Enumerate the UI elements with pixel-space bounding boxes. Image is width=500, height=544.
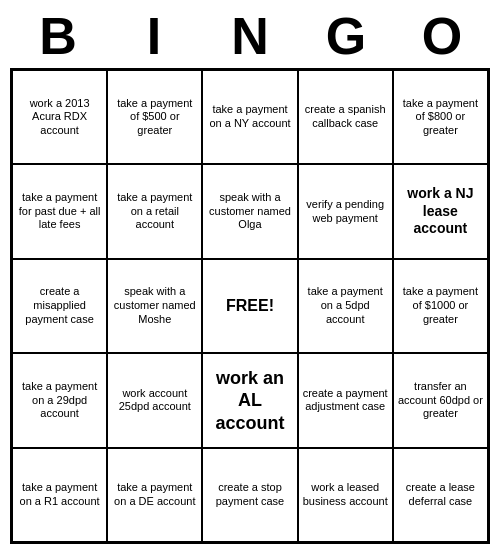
bingo-cell-17[interactable]: work an AL account	[202, 353, 297, 447]
bingo-cell-4[interactable]: take a payment of $800 or greater	[393, 70, 488, 164]
bingo-cell-5[interactable]: take a payment for past due + all late f…	[12, 164, 107, 258]
bingo-cell-18[interactable]: create a payment adjustment case	[298, 353, 393, 447]
bingo-cell-11[interactable]: speak with a customer named Moshe	[107, 259, 202, 353]
bingo-cell-9[interactable]: work a NJ lease account	[393, 164, 488, 258]
bingo-letter-n: N	[206, 6, 294, 66]
bingo-letter-g: G	[302, 6, 390, 66]
bingo-cell-1[interactable]: take a payment of $500 or greater	[107, 70, 202, 164]
bingo-letter-b: B	[14, 6, 102, 66]
bingo-cell-3[interactable]: create a spanish callback case	[298, 70, 393, 164]
bingo-cell-22[interactable]: create a stop payment case	[202, 448, 297, 542]
bingo-cell-8[interactable]: verify a pending web payment	[298, 164, 393, 258]
bingo-cell-15[interactable]: take a payment on a 29dpd account	[12, 353, 107, 447]
bingo-cell-23[interactable]: work a leased business account	[298, 448, 393, 542]
bingo-cell-12[interactable]: FREE!	[202, 259, 297, 353]
bingo-letter-o: O	[398, 6, 486, 66]
bingo-cell-2[interactable]: take a payment on a NY account	[202, 70, 297, 164]
bingo-cell-21[interactable]: take a payment on a DE account	[107, 448, 202, 542]
bingo-cell-7[interactable]: speak with a customer named Olga	[202, 164, 297, 258]
bingo-cell-16[interactable]: work account 25dpd account	[107, 353, 202, 447]
bingo-cell-19[interactable]: transfer an account 60dpd or greater	[393, 353, 488, 447]
bingo-cell-24[interactable]: create a lease deferral case	[393, 448, 488, 542]
bingo-cell-0[interactable]: work a 2013 Acura RDX account	[12, 70, 107, 164]
bingo-cell-13[interactable]: take a payment on a 5dpd account	[298, 259, 393, 353]
bingo-cell-10[interactable]: create a misapplied payment case	[12, 259, 107, 353]
bingo-cell-6[interactable]: take a payment on a retail account	[107, 164, 202, 258]
bingo-cell-14[interactable]: take a payment of $1000 or greater	[393, 259, 488, 353]
bingo-letter-i: I	[110, 6, 198, 66]
bingo-grid: work a 2013 Acura RDX accounttake a paym…	[10, 68, 490, 544]
bingo-cell-20[interactable]: take a payment on a R1 account	[12, 448, 107, 542]
bingo-header: BINGO	[10, 0, 490, 68]
